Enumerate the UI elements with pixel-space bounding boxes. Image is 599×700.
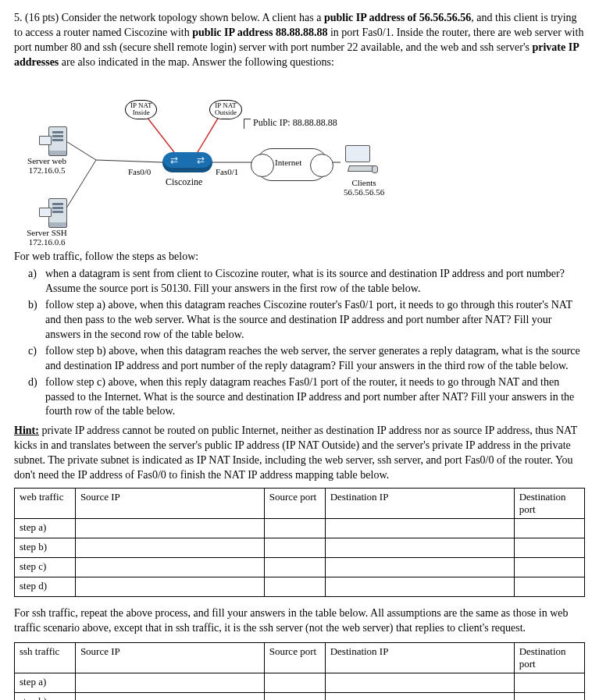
web-d-srcip[interactable] [80, 580, 259, 592]
server-ssh-icon [39, 197, 67, 228]
web-a-srcip[interactable] [80, 521, 259, 534]
web-b-srcip[interactable] [80, 541, 259, 553]
col-dst-ip: Destination IP [325, 642, 514, 673]
svg-line-3 [147, 117, 174, 152]
internet-icon: Internet [256, 148, 326, 179]
col-traffic: ssh traffic [15, 642, 76, 673]
web-d-dstport[interactable] [519, 580, 579, 592]
svg-line-2 [96, 160, 162, 162]
step-c: follow step b) above, when this datagram… [45, 344, 585, 374]
row-label: step a) [15, 518, 76, 538]
row-label: step b) [15, 538, 76, 557]
iface-inside-label: Fas0/0 [128, 167, 151, 176]
server-ssh-label: Server SSH 172.16.0.6 [16, 228, 78, 247]
web-b-dstport[interactable] [519, 541, 579, 553]
col-dst-ip: Destination IP [325, 488, 514, 518]
ssh-b-dstport[interactable] [519, 695, 579, 700]
ssh-paragraph: For ssh traffic, repeat the above proces… [14, 606, 585, 636]
row-label: step a) [15, 673, 76, 692]
question-text: 5. (16 pts) Consider the network topolog… [14, 11, 585, 70]
ssh-a-srcip[interactable] [80, 676, 259, 688]
q-points: (16 pts) [25, 12, 59, 23]
col-dst-port: Destination port [514, 642, 584, 673]
ssh-b-srcport[interactable] [269, 695, 320, 700]
ssh-a-dstport[interactable] [519, 676, 579, 688]
col-traffic: web traffic [15, 488, 76, 518]
client-icon [341, 145, 376, 176]
ssh-a-dstip[interactable] [330, 676, 509, 688]
ssh-traffic-table: ssh traffic Source IP Source port Destin… [14, 642, 585, 700]
iface-outside-label: Fas0/1 [216, 167, 238, 176]
steps-lead: For web traffic, follow the steps as bel… [14, 250, 585, 265]
public-ip-bracket [244, 119, 251, 129]
client-label: Clients 56.56.56.56 [333, 178, 395, 197]
row-label: step c) [15, 557, 76, 577]
ssh-b-srcip[interactable] [80, 695, 259, 700]
step-d: follow step c) above, when this reply da… [45, 375, 585, 420]
web-a-srcport[interactable] [269, 521, 320, 534]
web-d-srcport[interactable] [269, 580, 320, 592]
web-a-dstport[interactable] [519, 521, 579, 534]
col-src-ip: Source IP [75, 642, 264, 673]
web-b-srcport[interactable] [269, 541, 320, 553]
q-number: 5. [14, 12, 23, 23]
nat-outside-badge: IP NAT Outside [209, 100, 242, 120]
network-diagram: Server web 172.16.0.5 Server SSH 172.16.… [22, 78, 506, 242]
router-name-label: Ciscozine [166, 176, 202, 188]
server-web-label: Server web 172.16.0.5 [16, 156, 78, 175]
public-ip-label: Public IP: 88.88.88.88 [253, 117, 337, 129]
col-dst-port: Destination port [514, 488, 584, 518]
step-b: follow step a) above, when this datagram… [45, 298, 585, 343]
web-a-dstip[interactable] [330, 521, 509, 534]
ssh-b-dstip[interactable] [330, 695, 509, 700]
step-a: when a datagram is sent from client to C… [45, 267, 585, 297]
web-c-dstip[interactable] [330, 560, 509, 573]
router-icon: ⇄ ⇄ [162, 152, 212, 172]
row-label: step b) [15, 692, 76, 700]
steps-list: when a datagram is sent from client to C… [14, 267, 585, 419]
col-src-ip: Source IP [75, 488, 264, 518]
col-src-port: Source port [264, 642, 325, 673]
web-c-srcip[interactable] [80, 560, 259, 573]
web-b-dstip[interactable] [330, 541, 509, 553]
svg-line-4 [198, 117, 219, 152]
hint-text: Hint: private IP address cannot be route… [14, 424, 585, 483]
ssh-a-srcport[interactable] [269, 676, 320, 688]
web-c-dstport[interactable] [519, 560, 579, 573]
nat-inside-badge: IP NAT Inside [125, 100, 157, 120]
web-c-srcport[interactable] [269, 560, 320, 573]
row-label: step d) [15, 577, 76, 596]
web-traffic-table: web traffic Source IP Source port Destin… [14, 488, 585, 597]
web-d-dstip[interactable] [330, 580, 509, 592]
col-src-port: Source port [264, 488, 325, 518]
server-web-icon [39, 125, 67, 156]
